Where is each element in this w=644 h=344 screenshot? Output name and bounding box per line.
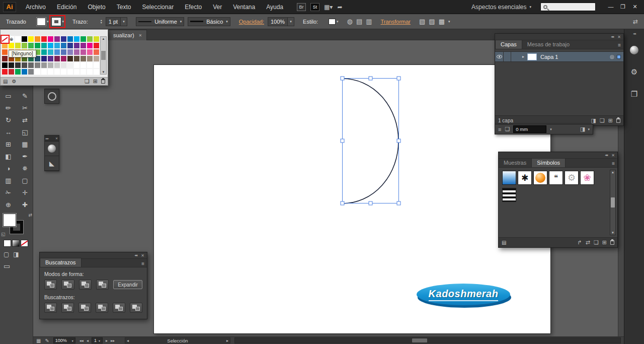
- minimize-button[interactable]: —: [605, 4, 617, 10]
- restore-button[interactable]: ❐: [617, 4, 629, 10]
- menu-objeto[interactable]: Objeto: [82, 0, 111, 14]
- color-swatch[interactable]: [15, 62, 21, 68]
- color-swatch[interactable]: [60, 55, 67, 62]
- draw-normal-icon[interactable]: ▢: [4, 251, 9, 258]
- color-swatch[interactable]: [2, 55, 8, 62]
- artboard-tool[interactable]: ▢: [17, 174, 33, 186]
- transform-link[interactable]: Transformar: [381, 19, 411, 25]
- target-icon[interactable]: ◎: [610, 54, 614, 59]
- bridge-button[interactable]: Br: [297, 3, 306, 11]
- color-swatch[interactable]: [41, 62, 47, 68]
- align-vertical-icon[interactable]: ▨: [429, 18, 435, 25]
- color-swatch[interactable]: [93, 49, 100, 55]
- zoom-tool[interactable]: ⊕: [0, 198, 17, 211]
- outline-button[interactable]: [113, 303, 125, 313]
- paintbrush-tool[interactable]: ✎: [17, 90, 33, 102]
- symbol-pink-flower[interactable]: ❀: [580, 171, 594, 185]
- color-swatch[interactable]: [47, 49, 54, 55]
- color-swatch[interactable]: [8, 68, 15, 75]
- first-artboard-button[interactable]: ◂◂: [79, 338, 84, 343]
- status-next-icon[interactable]: ▸: [226, 338, 228, 343]
- workspace-switcher[interactable]: Aspectos esenciales ▾: [471, 4, 531, 11]
- color-swatch[interactable]: [73, 49, 80, 55]
- distribute-icon[interactable]: ▩: [439, 18, 445, 25]
- color-swatch[interactable]: [21, 68, 28, 75]
- menu-texto[interactable]: Texto: [111, 0, 137, 14]
- symbol-ink-splatter[interactable]: ✱: [518, 171, 532, 185]
- menu-ayuda[interactable]: Ayuda: [261, 0, 289, 14]
- color-swatch[interactable]: [67, 55, 73, 62]
- color-swatch[interactable]: [21, 36, 28, 42]
- color-swatch[interactable]: [80, 62, 87, 68]
- selection-indicator[interactable]: [617, 55, 621, 59]
- color-swatch[interactable]: [15, 68, 21, 75]
- panel-toggle-icon[interactable]: ⇄: [633, 18, 644, 25]
- color-swatch[interactable]: [2, 68, 8, 75]
- color-swatch[interactable]: [2, 49, 8, 55]
- stroke-weight-stepper[interactable]: ▴▾: [101, 19, 102, 24]
- expand-dock-icon[interactable]: ◂◂: [633, 32, 635, 36]
- layer-name[interactable]: Capa 1: [540, 54, 558, 60]
- color-swatch[interactable]: [54, 42, 60, 49]
- scroll-down-icon[interactable]: ▼: [102, 71, 105, 74]
- free-transform-tool[interactable]: ↔: [0, 126, 17, 138]
- color-swatch[interactable]: [67, 36, 73, 42]
- color-swatch[interactable]: [21, 42, 28, 49]
- color-swatch[interactable]: [41, 49, 47, 55]
- color-swatch[interactable]: [54, 49, 60, 55]
- merge-button[interactable]: [78, 303, 91, 313]
- floating-shape-tool[interactable]: [44, 89, 59, 104]
- color-swatch[interactable]: [47, 42, 54, 49]
- color-swatch[interactable]: [54, 62, 60, 68]
- graph-tool[interactable]: ▥: [0, 174, 17, 186]
- libraries-icon[interactable]: ❐: [631, 90, 637, 99]
- color-swatch[interactable]: [73, 55, 80, 62]
- mesh-tool[interactable]: ▦: [17, 138, 33, 150]
- menu-ventana[interactable]: Ventana: [227, 0, 261, 14]
- close-tab-icon[interactable]: ✕: [139, 33, 142, 38]
- stroke-profile-dropdown[interactable]: Uniforme ▾: [136, 17, 184, 26]
- color-swatch[interactable]: [54, 36, 60, 42]
- new-sublayer-icon[interactable]: ❏: [600, 117, 605, 124]
- symbols-scrollbar[interactable]: ▲ ▼: [610, 170, 616, 235]
- shape-builder-tool[interactable]: ◱: [17, 126, 33, 138]
- style-dropdown[interactable]: ▾: [329, 19, 339, 25]
- opacity-dropdown[interactable]: 100% ▾: [268, 17, 294, 26]
- color-swatch[interactable]: [80, 55, 87, 62]
- align-horizontal-icon[interactable]: ▧: [419, 18, 425, 25]
- trim-button[interactable]: [61, 303, 74, 313]
- gradient-button[interactable]: [12, 240, 20, 247]
- menu-seleccionar[interactable]: Seleccionar: [136, 0, 179, 14]
- visibility-toggle[interactable]: [495, 52, 504, 61]
- share-icon[interactable]: ➦: [337, 4, 342, 11]
- intersect-button[interactable]: [79, 280, 92, 290]
- color-swatch[interactable]: [47, 62, 54, 68]
- pencil-tool[interactable]: ✏: [0, 102, 17, 114]
- document-tab[interactable]: sualizar) ✕: [108, 30, 147, 40]
- symbol-orange-orb[interactable]: [533, 171, 547, 185]
- scrollbar-thumb[interactable]: [611, 197, 615, 208]
- none-button[interactable]: [21, 240, 28, 247]
- color-swatch[interactable]: [34, 42, 41, 49]
- color-swatch[interactable]: [54, 68, 60, 75]
- scroll-up-icon[interactable]: ▲: [611, 171, 614, 174]
- crop-button[interactable]: [96, 303, 108, 313]
- appearance-icon[interactable]: ⚙: [631, 67, 637, 77]
- eyedropper-tool[interactable]: ✒: [17, 150, 33, 162]
- color-swatch[interactable]: [2, 62, 8, 68]
- symbol-blue-gradient[interactable]: [502, 171, 516, 185]
- prev-artboard-button[interactable]: ◂: [87, 338, 89, 343]
- cone-tool-button[interactable]: ◣: [45, 156, 59, 171]
- expand-layer-icon[interactable]: ▸: [522, 54, 524, 59]
- brush-definition-dropdown[interactable]: Básico ▾: [188, 17, 230, 26]
- menu-archivo[interactable]: Archivo: [20, 0, 51, 14]
- hand-tool[interactable]: ✛: [17, 186, 33, 198]
- color-swatch[interactable]: [87, 62, 93, 68]
- tab-simbolos[interactable]: Símbolos: [531, 158, 566, 167]
- stroke-weight-dropdown[interactable]: 1 pt ▾: [106, 17, 127, 26]
- preferences-icon[interactable]: ▥: [366, 18, 372, 25]
- place-symbol-icon[interactable]: ↱: [577, 239, 582, 246]
- clipping-mask-icon[interactable]: ◨: [591, 117, 596, 124]
- opacity-link[interactable]: Opacidad:: [239, 19, 264, 25]
- fill-color-well[interactable]: [3, 214, 16, 227]
